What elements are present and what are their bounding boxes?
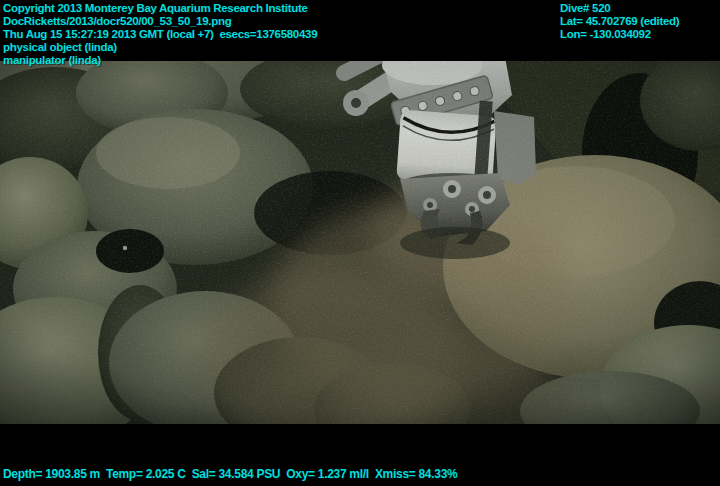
overlay-copyright: Copyright 2013 Monterey Bay Aquarium Res… <box>3 2 308 15</box>
overlay-telemetry: Depth= 1903.85 m Temp= 2.025 C Sal= 34.5… <box>3 468 457 481</box>
overlay-latitude: Lat= 45.702769 (edited) <box>560 15 679 28</box>
overlay-timestamp: Thu Aug 15 15:27:19 2013 GMT (local +7) … <box>3 28 317 41</box>
overlay-annotation-manipulator: manipulator (linda) <box>3 54 101 67</box>
vignette <box>0 61 720 424</box>
overlay-longitude: Lon= -130.034092 <box>560 28 651 41</box>
overlay-file-path: DocRicketts/2013/docr520/00_53_50_19.png <box>3 15 231 28</box>
seafloor-camera-view <box>0 61 720 424</box>
overlay-annotation-physical-object: physical object (linda) <box>3 41 117 54</box>
overlay-dive-number: Dive# 520 <box>560 2 610 15</box>
rov-video-frame: Copyright 2013 Monterey Bay Aquarium Res… <box>0 0 720 486</box>
